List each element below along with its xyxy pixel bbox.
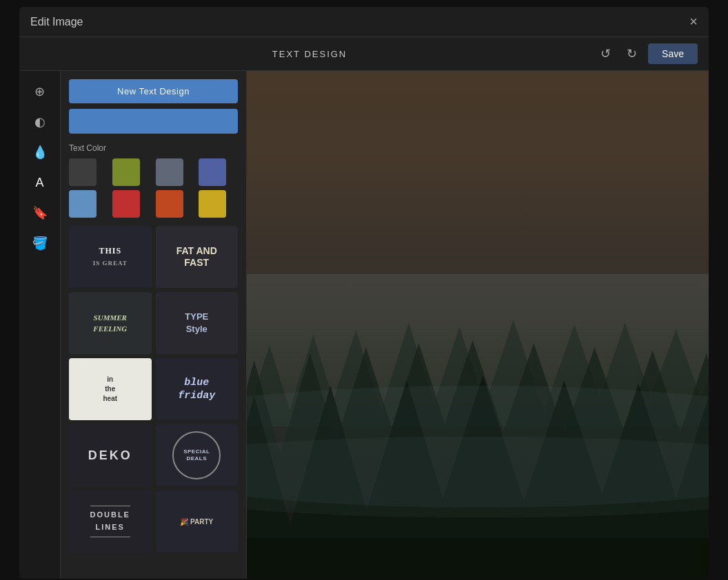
style-label-8: SPECIALDEALS bbox=[183, 448, 210, 463]
style-label-9: DOUBLELINES bbox=[90, 506, 130, 537]
icon-rail: ⊕ ◐ 💧 A 🔖 🪣 bbox=[19, 71, 61, 579]
style-label-6: bluefriday bbox=[175, 373, 218, 406]
edit-image-modal: Edit Image × TEXT DESIGN ↺ ↻ Save ⊕ ◐ 💧 … bbox=[19, 7, 709, 579]
style-thumb-10[interactable]: 🎉 PARTY bbox=[156, 490, 239, 552]
color-swatch-slate-gray[interactable] bbox=[156, 158, 183, 186]
style-label-3: SUMMERFEELING bbox=[90, 309, 130, 338]
left-panel: New Text Design Text Color bbox=[61, 71, 247, 579]
text-input-bar[interactable] bbox=[69, 109, 238, 134]
color-swatch-olive-green[interactable] bbox=[112, 158, 140, 186]
modal-header: Edit Image × bbox=[19, 7, 709, 37]
style-thumb-9[interactable]: DOUBLELINES bbox=[69, 490, 152, 552]
text-icon[interactable]: A bbox=[28, 170, 52, 195]
style-label-1: THISIS GREAT bbox=[90, 242, 130, 271]
style-label-5: intheheat bbox=[100, 372, 120, 406]
style-thumb-8[interactable]: SPECIALDEALS bbox=[156, 424, 239, 486]
style-thumb-2[interactable]: FAT ANDFAST bbox=[156, 226, 239, 288]
brightness-icon[interactable]: ◐ bbox=[28, 110, 52, 134]
toolbar: TEXT DESIGN ↺ ↻ Save bbox=[19, 37, 709, 71]
style-grid: THISIS GREAT FAT ANDFAST SUMME bbox=[69, 226, 238, 552]
close-button[interactable]: × bbox=[689, 14, 698, 30]
style-thumb-1[interactable]: THISIS GREAT bbox=[69, 226, 152, 288]
style-thumb-3[interactable]: SUMMERFEELING bbox=[69, 292, 152, 354]
color-swatch-dark-gray[interactable] bbox=[69, 158, 97, 186]
bookmark-icon[interactable]: 🔖 bbox=[28, 200, 52, 225]
color-swatch-sky-blue[interactable] bbox=[69, 190, 97, 218]
section-title: TEXT DESIGN bbox=[30, 49, 589, 59]
panel-content: New Text Design Text Color bbox=[61, 71, 246, 579]
paint-icon[interactable]: 🪣 bbox=[28, 231, 52, 256]
canvas-image bbox=[247, 71, 709, 579]
color-grid bbox=[69, 158, 238, 218]
crop-icon[interactable]: ⊕ bbox=[28, 79, 52, 104]
text-color-section: Text Color bbox=[69, 143, 238, 218]
color-swatch-orange-red[interactable] bbox=[156, 190, 183, 218]
forest-scene bbox=[247, 71, 709, 579]
style-label-10: 🎉 PARTY bbox=[177, 514, 216, 530]
undo-button[interactable]: ↺ bbox=[594, 43, 616, 65]
modal-overlay: Edit Image × TEXT DESIGN ↺ ↻ Save ⊕ ◐ 💧 … bbox=[0, 0, 728, 580]
style-thumb-6[interactable]: bluefriday bbox=[156, 358, 239, 420]
style-label-2: FAT ANDFAST bbox=[174, 242, 220, 271]
modal-title: Edit Image bbox=[30, 16, 83, 28]
style-thumb-4[interactable]: TYPEStyle bbox=[156, 292, 239, 354]
new-text-design-button[interactable]: New Text Design bbox=[69, 79, 238, 103]
style-thumb-5[interactable]: intheheat bbox=[69, 358, 152, 420]
canvas-area bbox=[247, 71, 709, 579]
modal-body: ⊕ ◐ 💧 A 🔖 🪣 New Text Design Text Color bbox=[19, 71, 709, 579]
color-swatch-blue-gray[interactable] bbox=[199, 158, 226, 186]
save-button[interactable]: Save bbox=[648, 43, 698, 64]
redo-button[interactable]: ↻ bbox=[620, 43, 643, 65]
style-thumb-7[interactable]: DEKO bbox=[69, 424, 152, 486]
svg-point-36 bbox=[247, 437, 709, 518]
text-color-label: Text Color bbox=[69, 143, 238, 153]
svg-rect-34 bbox=[247, 538, 709, 579]
color-swatch-red[interactable] bbox=[112, 190, 140, 218]
color-swatch-gold[interactable] bbox=[199, 190, 226, 218]
style-label-4: TYPEStyle bbox=[182, 308, 211, 338]
contrast-icon[interactable]: 💧 bbox=[28, 140, 52, 165]
style-label-7: DEKO bbox=[85, 446, 135, 466]
undo-redo-group: ↺ ↻ bbox=[594, 43, 643, 65]
